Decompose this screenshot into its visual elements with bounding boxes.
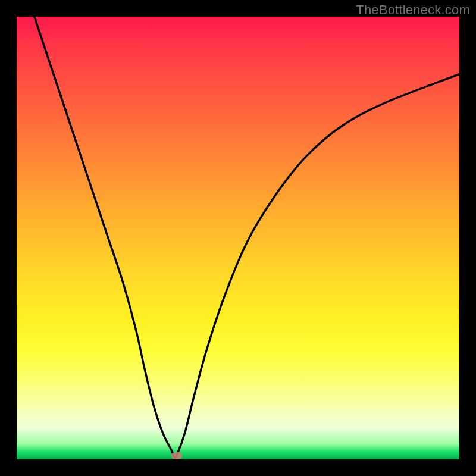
- bottleneck-curve: [17, 17, 459, 459]
- optimal-point-marker: [171, 452, 182, 459]
- chart-frame: TheBottleneck.com: [0, 0, 476, 476]
- plot-area: [17, 17, 459, 459]
- watermark-text: TheBottleneck.com: [356, 2, 470, 18]
